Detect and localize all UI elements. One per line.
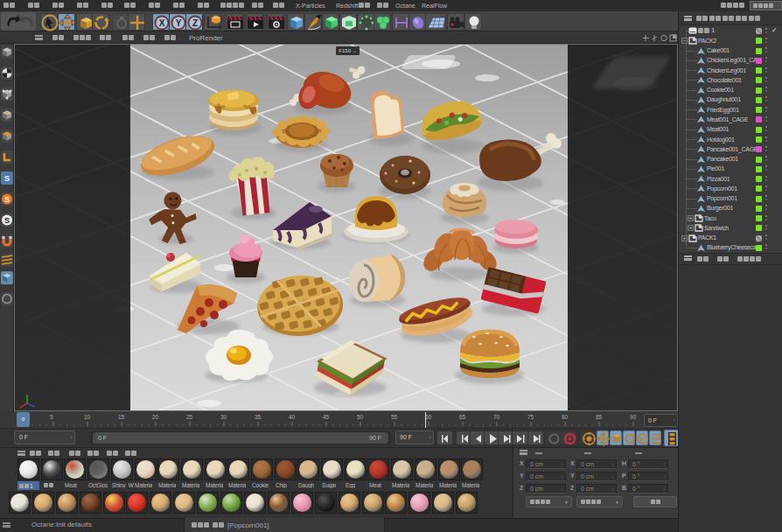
svg-text:P: P (640, 436, 646, 444)
svg-text:S: S (4, 216, 10, 225)
svg-text:S: S (4, 174, 10, 183)
svg-text:X: X (159, 18, 165, 28)
svg-text:S: S (4, 195, 10, 204)
svg-text:Z: Z (192, 18, 198, 28)
svg-text:Y: Y (176, 18, 182, 28)
